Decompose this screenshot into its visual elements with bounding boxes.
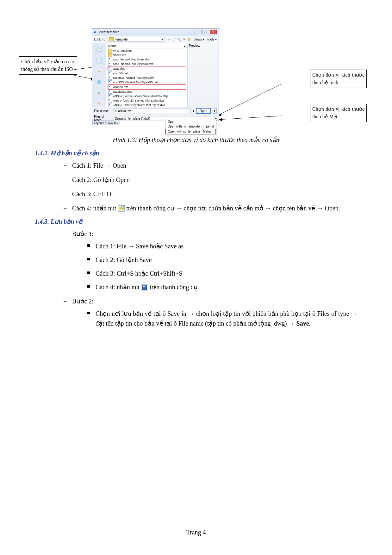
dialog-toolbar: Look in: Template▾ ⇦ ⮥ 🔍 ✕ ▤ Views ▾ Too… (92, 35, 219, 43)
open-dropdown-menu: Open Open with no Template - Imperial Op… (165, 119, 216, 134)
open-dropdown-button[interactable]: ▾ (213, 108, 217, 114)
template-file-icon (109, 67, 112, 71)
template-file-icon (108, 103, 112, 107)
folder-icon (108, 49, 112, 53)
filename-history-dropdown[interactable]: ▾ (193, 109, 194, 113)
autocad-app-icon: A (94, 30, 96, 34)
file-item[interactable]: acad.dwt (108, 66, 186, 71)
back-icon[interactable]: ⇦ (167, 37, 171, 41)
arrow-icon: → (128, 243, 134, 250)
file-name: acad.dwt (113, 67, 125, 70)
file-item[interactable]: ANSI A -Color Dependent Plot Styles.dwt (108, 103, 186, 107)
list-item: Cách 2: Gõ lệnh Open (63, 175, 357, 185)
folder-icon (109, 37, 114, 41)
file-name: ANSI A -Color Dependent Plot Styles.dwt (113, 103, 165, 107)
ftp-icon[interactable]: 🌐 (95, 79, 103, 85)
column-name[interactable]: Name (108, 44, 117, 48)
places-sidebar: 🕘 📄 ★ 🌐 🖥 ✎ (92, 43, 106, 107)
folder-icon (108, 53, 112, 57)
template-file-icon (108, 99, 112, 103)
template-file-icon (108, 58, 112, 61)
menu-open[interactable]: Open (165, 119, 216, 124)
section-1-4-2: 1.4.2. Mở bản vẽ có sẵn (35, 149, 357, 157)
list-item: Bước 2: Chọn nơi lưu bản vẽ tại ô Save i… (63, 296, 357, 328)
arrow-icon: → (176, 205, 182, 212)
section-1-4-3: 1.4.3. Lưu bản vẽ (35, 218, 357, 225)
file-item[interactable]: acadISO -Named Plot Styles3D.dwt (108, 80, 186, 84)
file-name: acad -Named Plot Styles3D.dwt (113, 62, 153, 65)
svg-marker-7 (219, 118, 222, 121)
lookin-value: Template (115, 38, 128, 41)
file-item[interactable]: acadiso.dwt (108, 84, 186, 90)
callout-inch: Chọn đơn vị kích thước theo hệ Inch (310, 70, 367, 88)
open-button[interactable]: Open (196, 108, 211, 114)
template-file-icon (108, 94, 112, 98)
file-name: acadISO -Named Plot Styles.dwt (113, 76, 154, 79)
file-item[interactable]: PTWTemplates (108, 48, 186, 53)
menu-open-imperial[interactable]: Open with no Template - Imperial (165, 124, 216, 129)
list-item: Cách 2: Gõ lệnh Save (87, 255, 357, 265)
maximize-button[interactable]: ▢ (202, 30, 209, 34)
save-toolbar-icon (141, 284, 148, 290)
file-name: acad -Named Plot Styles.dwt (113, 58, 150, 61)
figure-area: Chọn bản vẽ mẫu có các thông số theo chu… (35, 28, 357, 127)
views-menu[interactable]: Views ▾ (194, 38, 204, 41)
list-item: Bước 1: Cách 1: File → Save hoặc Save as… (63, 229, 357, 292)
file-name: ANSI A (portrait) -Color Dependent Plot … (113, 95, 171, 98)
file-item[interactable]: acad3D.dwt (108, 71, 186, 76)
file-name: ANSI A (portrait) -Named Plot Styles.dwt (113, 99, 164, 102)
new-folder-icon[interactable]: ▤ (187, 37, 191, 41)
file-name: PTWTemplates (113, 49, 132, 52)
list-item: Cách 4: nhấn nút trên thanh công cụ (87, 282, 357, 292)
documents-icon[interactable]: 📄 (95, 57, 103, 64)
delete-icon[interactable]: ✕ (182, 37, 186, 41)
template-file-icon (108, 62, 112, 66)
search-icon[interactable]: 🔍 (177, 37, 181, 41)
file-name: acadiso.dwt (113, 85, 128, 89)
desktop-icon[interactable]: 🖥 (95, 90, 103, 96)
layout-tabs: Layout1 / Layout2 / (92, 121, 120, 125)
favorites-icon[interactable]: ★ (95, 68, 103, 74)
list-item: Cách 3: Ctrl+O (63, 189, 357, 199)
template-file-icon (108, 76, 112, 80)
select-template-dialog: ASelect template − ▢ × Look in: Template… (92, 28, 219, 121)
file-item[interactable]: ANSI A (portrait) -Color Dependent Plot … (108, 94, 186, 98)
arrow-icon: → (317, 205, 323, 212)
sort-indicator: ▴ (184, 44, 185, 48)
list-item: Chọn nơi lưu bản vẽ tại ô Save in → chọn… (87, 309, 357, 328)
lookin-label: Look in: (94, 38, 105, 41)
preview-pane: Preview (188, 43, 219, 107)
file-item[interactable]: ANSI A (portrait) -Named Plot Styles.dwt (108, 98, 186, 103)
file-list-pane: Name▴ PTWTemplatesSheetSetsacad -Named P… (106, 43, 188, 107)
callout-iso: Chọn bản vẽ mẫu có các thông số theo chu… (19, 56, 77, 75)
history-icon[interactable]: 🕘 (95, 47, 103, 53)
file-item[interactable]: acad -Named Plot Styles.dwt (108, 57, 186, 62)
template-file-icon (109, 85, 112, 89)
file-item[interactable]: acad -Named Plot Styles3D.dwt (108, 62, 186, 66)
file-item[interactable]: acadISO -Named Plot Styles.dwt (108, 76, 186, 80)
list-item: Cách 1: File → Open (63, 161, 357, 171)
menu-open-metric[interactable]: Open with no Template - Metric (165, 129, 216, 134)
template-file-icon (108, 72, 112, 75)
file-item[interactable]: acadiso3D.dwt (108, 90, 186, 94)
close-button[interactable]: × (210, 30, 217, 34)
up-icon[interactable]: ⮥ (172, 37, 176, 41)
file-name: acadISO -Named Plot Styles3D.dwt (113, 81, 158, 84)
svg-line-6 (219, 116, 282, 120)
list-item: Cách 1: File → Save hoặc Save as (87, 241, 357, 251)
svg-line-0 (74, 75, 94, 79)
arrow-icon: → (351, 310, 357, 317)
list-item: Cách 3: Ctrl+S hoặc Ctrl+Shift+S (87, 269, 357, 278)
template-file-icon (108, 80, 112, 84)
buzzsaw-icon[interactable]: ✎ (95, 100, 103, 107)
lookin-dropdown[interactable]: Template▾ (108, 37, 165, 42)
minimize-button[interactable]: − (195, 30, 202, 34)
filename-input[interactable] (114, 109, 191, 113)
tools-menu[interactable]: Tools ▾ (207, 38, 217, 41)
figure-caption: Hình 1.3: Hộp thoại chọn đơn vị đo kích … (35, 136, 357, 144)
dialog-title: Select template (97, 30, 119, 34)
file-name: acad3D.dwt (113, 72, 128, 75)
open-toolbar-icon (118, 205, 125, 212)
list-item: Cách 4: nhấn nút trên thanh công cụ → ch… (63, 203, 357, 213)
file-item[interactable]: SheetSets (108, 53, 186, 57)
